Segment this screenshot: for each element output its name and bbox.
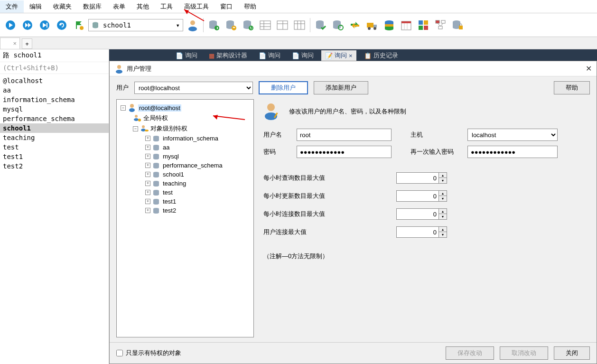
content-tab[interactable]: 📄询问 xyxy=(255,50,284,61)
tree-db[interactable]: +aa xyxy=(119,143,252,152)
collapse-icon[interactable]: − xyxy=(133,126,138,131)
content-tab[interactable]: 📄询问 xyxy=(288,50,317,61)
tree-db[interactable]: +teaching xyxy=(119,179,252,188)
db-refresh-icon[interactable] xyxy=(330,18,345,33)
sidebar-item[interactable]: test2 xyxy=(0,161,109,171)
tree-db[interactable]: +performance_schema xyxy=(119,161,252,170)
expand-icon[interactable]: + xyxy=(145,145,150,150)
new-tab-button[interactable]: + xyxy=(22,38,32,49)
db-sync-icon[interactable]: ↻ xyxy=(241,18,256,33)
tree-db[interactable]: +information_schema xyxy=(119,134,252,143)
menu-file[interactable]: 文件 xyxy=(0,0,24,13)
limit-spinner[interactable]: ▲▼ xyxy=(396,190,447,202)
menu-edit[interactable]: 编辑 xyxy=(24,0,47,13)
collapse-icon[interactable]: − xyxy=(121,105,126,111)
sidebar-item[interactable]: information_schema xyxy=(0,95,109,104)
db-lock-icon[interactable] xyxy=(450,18,465,33)
limit-spinner[interactable]: ▲▼ xyxy=(396,172,447,184)
spin-down-icon[interactable]: ▼ xyxy=(439,232,447,237)
database-selector[interactable]: school1 ▾ xyxy=(88,19,183,31)
play-step-icon[interactable] xyxy=(37,18,52,33)
sidebar-item[interactable]: test xyxy=(0,142,109,152)
tree-globals[interactable]: 全局特权 xyxy=(119,113,252,123)
content-tab-active[interactable]: 📝询问× xyxy=(321,50,356,61)
expand-icon[interactable]: + xyxy=(145,163,150,168)
limit-input[interactable] xyxy=(396,190,439,202)
menu-help[interactable]: 帮助 xyxy=(238,0,262,13)
diagram-icon[interactable] xyxy=(433,18,448,33)
limit-spinner[interactable]: ▲▼ xyxy=(396,208,447,220)
content-tab[interactable]: ▦架构设计器 xyxy=(205,50,251,61)
refresh-icon[interactable] xyxy=(54,18,69,33)
menu-form[interactable]: 表单 xyxy=(107,0,131,13)
delete-user-button[interactable]: 删除用户 xyxy=(259,81,308,94)
expand-icon[interactable]: + xyxy=(145,136,150,141)
sidebar-filter[interactable]: (Ctrl+Shift+B) xyxy=(0,62,109,74)
tree-db[interactable]: +test1 xyxy=(119,197,252,206)
close-icon[interactable]: ✕ xyxy=(586,64,592,73)
table3-icon[interactable] xyxy=(292,18,307,33)
privilege-tree[interactable]: − root@localhost 全局特权 − xyxy=(116,99,254,337)
sidebar-item[interactable]: teaching xyxy=(0,133,109,142)
menu-favorites[interactable]: 收藏夹 xyxy=(47,0,77,13)
sidebar-item[interactable]: performance_schema xyxy=(0,114,109,123)
close-icon[interactable]: × xyxy=(13,40,17,47)
host-select[interactable]: localhost xyxy=(467,129,558,141)
expand-icon[interactable]: + xyxy=(145,190,150,195)
expand-icon[interactable]: + xyxy=(145,181,150,186)
spin-down-icon[interactable]: ▼ xyxy=(439,178,447,183)
password-input[interactable] xyxy=(297,146,392,158)
tree-db[interactable]: +test2 xyxy=(119,206,252,215)
table2-icon[interactable] xyxy=(275,18,290,33)
db-color-icon[interactable] xyxy=(382,18,397,33)
user-icon[interactable] xyxy=(185,18,200,33)
confirm-input[interactable] xyxy=(467,146,558,158)
limit-input[interactable] xyxy=(396,208,439,220)
tree-root[interactable]: − root@localhost xyxy=(119,103,252,113)
truck-icon[interactable] xyxy=(364,18,380,33)
transfer-icon[interactable] xyxy=(347,18,363,33)
expand-icon[interactable]: + xyxy=(145,154,150,159)
expand-icon[interactable]: + xyxy=(145,208,150,213)
spin-up-icon[interactable]: ▲ xyxy=(439,227,447,232)
sidebar-item[interactable]: @localhost xyxy=(0,76,109,85)
close-button[interactable]: 关闭 xyxy=(554,346,590,360)
grid-icon[interactable] xyxy=(416,18,431,33)
username-input[interactable] xyxy=(297,129,392,141)
sidebar-item-selected[interactable]: school1 xyxy=(0,123,109,133)
spin-up-icon[interactable]: ▲ xyxy=(439,191,447,196)
menu-tools[interactable]: 工具 xyxy=(155,0,178,13)
menu-window[interactable]: 窗口 xyxy=(215,0,238,13)
table-icon[interactable] xyxy=(258,18,273,33)
user-select[interactable]: root@localhost xyxy=(134,82,253,94)
menu-advanced[interactable]: 高级工具 xyxy=(178,0,215,13)
flag-icon[interactable] xyxy=(71,18,86,33)
play-all-icon[interactable] xyxy=(20,18,35,33)
spin-up-icon[interactable]: ▲ xyxy=(439,209,447,214)
spin-down-icon[interactable]: ▼ xyxy=(439,214,447,219)
spin-up-icon[interactable]: ▲ xyxy=(439,173,447,178)
menu-other[interactable]: 其他 xyxy=(131,0,155,13)
tab-0[interactable]: × xyxy=(0,37,20,49)
add-user-button[interactable]: 添加新用户 xyxy=(314,81,368,94)
db-check-icon[interactable] xyxy=(313,18,328,33)
content-tab[interactable]: 📋历史记录 xyxy=(360,50,402,61)
limit-spinner[interactable]: ▲▼ xyxy=(396,226,447,238)
expand-icon[interactable]: + xyxy=(145,172,150,177)
sidebar-item[interactable]: mysql xyxy=(0,104,109,114)
menu-database[interactable]: 数据库 xyxy=(77,0,107,13)
db-export-icon[interactable] xyxy=(206,18,222,33)
sidebar-item[interactable]: test1 xyxy=(0,152,109,161)
db-import-icon[interactable] xyxy=(224,18,239,33)
limit-input[interactable] xyxy=(396,226,439,238)
spin-down-icon[interactable]: ▼ xyxy=(439,196,447,201)
calendar-icon[interactable] xyxy=(399,18,414,33)
tree-db[interactable]: +test xyxy=(119,188,252,197)
content-tab[interactable]: 📄询问 xyxy=(172,50,201,61)
tree-db[interactable]: +mysql xyxy=(119,152,252,161)
limit-input[interactable] xyxy=(396,172,439,184)
sidebar-item[interactable]: aa xyxy=(0,85,109,95)
play-icon[interactable] xyxy=(3,18,18,33)
tree-db[interactable]: +school1 xyxy=(119,170,252,179)
help-button[interactable]: 帮助 xyxy=(554,81,590,94)
